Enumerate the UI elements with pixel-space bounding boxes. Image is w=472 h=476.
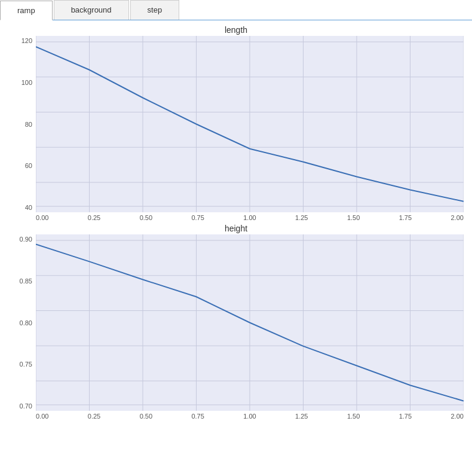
- x-label: 0.25: [88, 214, 100, 221]
- tab-background[interactable]: background: [54, 0, 129, 20]
- x-label: 1.50: [347, 214, 360, 221]
- x-label: 0.50: [140, 214, 152, 221]
- x-label: 1.75: [399, 214, 412, 221]
- chart-height-svg: [36, 234, 464, 411]
- y-label: 0.90: [20, 236, 32, 243]
- chart-length-svg: [36, 36, 464, 212]
- chart-height-title: height: [8, 224, 464, 233]
- x-label: 0.00: [36, 413, 48, 420]
- x-label: 1.00: [243, 413, 256, 420]
- chart-height: height 0.90 0.85 0.80 0.75 0.70: [8, 224, 464, 420]
- chart-length-y-axis: 120 100 80 60 40: [8, 36, 36, 212]
- chart-length-plot: [36, 36, 464, 212]
- y-label: 0.75: [20, 361, 32, 368]
- y-label: 40: [25, 204, 32, 211]
- chart-height-plot: [36, 234, 464, 411]
- x-label: 0.00: [36, 214, 48, 221]
- y-label: 0.70: [20, 402, 32, 410]
- charts-container: length 120 100 80 60 40: [0, 20, 472, 425]
- chart-height-x-axis: 0.00 0.25 0.50 0.75 1.00 1.25 1.50 1.75 …: [8, 411, 464, 420]
- x-label: 0.75: [191, 214, 204, 221]
- x-label: 0.50: [140, 413, 152, 420]
- chart-height-y-axis: 0.90 0.85 0.80 0.75 0.70: [8, 234, 36, 411]
- x-label: 1.25: [295, 413, 308, 420]
- x-label: 1.50: [347, 413, 360, 420]
- x-label: 2.00: [451, 214, 464, 221]
- tab-bar: ramp background step: [0, 0, 472, 20]
- y-label: 0.80: [20, 319, 32, 327]
- tab-step[interactable]: step: [130, 0, 180, 20]
- x-label: 1.25: [295, 214, 308, 221]
- x-label: 0.25: [88, 413, 100, 420]
- tab-ramp[interactable]: ramp: [0, 1, 53, 20]
- x-label: 2.00: [451, 413, 464, 420]
- x-label: 0.75: [191, 413, 204, 420]
- y-label: 100: [22, 79, 32, 86]
- x-label: 1.00: [243, 214, 256, 221]
- y-label: 80: [25, 121, 32, 128]
- y-label: 60: [25, 162, 32, 169]
- y-label: 0.85: [20, 277, 32, 285]
- y-label: 120: [22, 37, 32, 44]
- x-label: 1.75: [399, 413, 412, 420]
- chart-length: length 120 100 80 60 40: [8, 25, 464, 221]
- chart-length-title: length: [8, 25, 464, 35]
- chart-length-x-axis: 0.00 0.25 0.50 0.75 1.00 1.25 1.50 1.75 …: [8, 212, 464, 221]
